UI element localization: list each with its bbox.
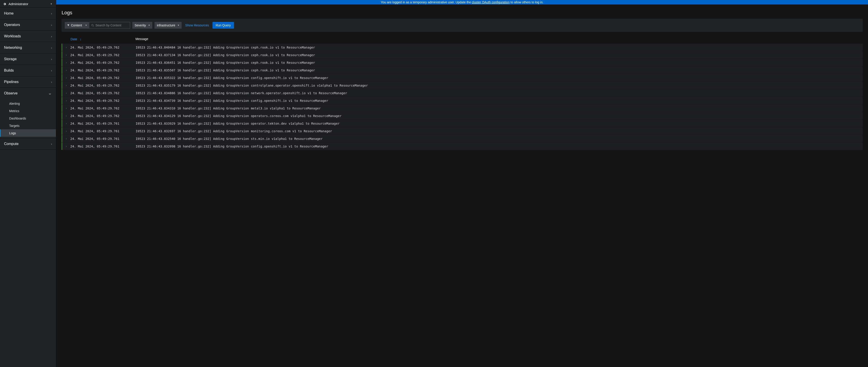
filter-type-select[interactable]: Content ▼ [65, 22, 89, 29]
expand-row-icon[interactable]: › [63, 114, 69, 118]
expand-row-icon[interactable]: › [63, 130, 69, 133]
svg-point-0 [92, 24, 93, 26]
expand-row-icon[interactable]: › [63, 99, 69, 102]
expand-row-icon[interactable]: › [63, 69, 69, 72]
log-date: 24. Mai 2024, 05:49:29.762 [70, 76, 136, 80]
sidebar-subitem-metrics[interactable]: Metrics [0, 107, 56, 114]
show-resources-link[interactable]: Show Resources [184, 24, 210, 27]
log-message: I0523 21:46:43.834739 16 handler.go:232]… [136, 99, 863, 102]
expand-row-icon[interactable]: › [63, 92, 69, 95]
log-message: I0523 21:46:43.832098 16 handler.go:232]… [136, 144, 863, 148]
severity-label: Severity [134, 24, 146, 27]
log-message: I0523 21:46:43.834310 16 handler.go:232]… [136, 106, 863, 110]
sidebar-item-observe[interactable]: Observe⌄ [0, 88, 56, 99]
column-message[interactable]: Message [135, 37, 148, 41]
severity-select[interactable]: Severity ▼ [132, 22, 153, 29]
log-row[interactable]: ›24. Mai 2024, 05:49:29.762I0523 21:46:4… [62, 97, 863, 104]
log-row[interactable]: ›24. Mai 2024, 05:49:29.761I0523 21:46:4… [62, 142, 863, 150]
log-row[interactable]: ›24. Mai 2024, 05:49:29.762I0523 21:46:4… [62, 104, 863, 112]
caret-down-icon: ▼ [50, 3, 53, 5]
sidebar-subitem-logs[interactable]: Logs [0, 129, 56, 137]
log-date: 24. Mai 2024, 05:49:29.762 [70, 61, 136, 64]
banner-text-prefix: You are logged in as a temporary adminis… [381, 0, 472, 4]
sidebar-subitem-alerting[interactable]: Alerting [0, 100, 56, 107]
log-row[interactable]: ›24. Mai 2024, 05:49:29.762I0523 21:46:4… [62, 44, 863, 51]
expand-row-icon[interactable]: › [63, 107, 69, 110]
run-query-button[interactable]: Run Query [213, 22, 234, 29]
caret-down-icon: ▼ [177, 24, 179, 26]
log-message: I0523 21:46:43.832540 16 handler.go:232]… [136, 137, 863, 140]
logs-table: Date ↓ Message ›24. Mai 2024, 05:49:29.7… [56, 32, 868, 367]
log-row[interactable]: ›24. Mai 2024, 05:49:29.761I0523 21:46:4… [62, 135, 863, 142]
log-date: 24. Mai 2024, 05:49:29.762 [70, 53, 136, 57]
log-row[interactable]: ›24. Mai 2024, 05:49:29.762I0523 21:46:4… [62, 59, 863, 66]
sidebar-item-label: Storage [4, 57, 51, 61]
expand-row-icon[interactable]: › [63, 54, 69, 57]
sidebar-subitem-targets[interactable]: Targets [0, 122, 56, 129]
search-input[interactable] [95, 24, 128, 27]
chevron-right-icon: › [51, 69, 52, 72]
sidebar-item-pipelines[interactable]: Pipelines› [0, 76, 56, 88]
main-content: You are logged in as a temporary adminis… [56, 0, 868, 367]
tenant-select[interactable]: infrastructure ▼ [155, 22, 182, 29]
sidebar-item-home[interactable]: Home› [0, 8, 56, 19]
log-row[interactable]: ›24. Mai 2024, 05:49:29.762I0523 21:46:4… [62, 89, 863, 97]
log-message: I0523 21:46:43.832697 16 handler.go:232]… [136, 129, 863, 133]
log-row[interactable]: ›24. Mai 2024, 05:49:29.762I0523 21:46:4… [62, 74, 863, 81]
log-date: 24. Mai 2024, 05:49:29.761 [70, 144, 136, 148]
log-row[interactable]: ›24. Mai 2024, 05:49:29.762I0523 21:46:4… [62, 66, 863, 74]
filter-icon [67, 24, 70, 27]
sidebar-item-builds[interactable]: Builds› [0, 65, 56, 76]
log-message: I0523 21:46:43.836451 16 handler.go:232]… [136, 61, 863, 64]
expand-row-icon[interactable]: › [63, 145, 69, 148]
sidebar-item-label: Observe [4, 91, 48, 95]
expand-row-icon[interactable]: › [63, 84, 69, 87]
chevron-right-icon: › [51, 80, 52, 84]
log-row[interactable]: ›24. Mai 2024, 05:49:29.762I0523 21:46:4… [62, 112, 863, 120]
log-date: 24. Mai 2024, 05:49:29.761 [70, 137, 136, 140]
log-row[interactable]: ›24. Mai 2024, 05:49:29.761I0523 21:46:4… [62, 127, 863, 135]
log-message: I0523 21:46:43.833929 16 handler.go:232]… [136, 122, 863, 125]
svg-line-1 [93, 26, 94, 26]
log-row[interactable]: ›24. Mai 2024, 05:49:29.761I0523 21:46:4… [62, 120, 863, 127]
log-message: I0523 21:46:43.835322 16 handler.go:232]… [136, 76, 863, 80]
sidebar-item-workloads[interactable]: Workloads› [0, 31, 56, 42]
chevron-right-icon: › [51, 58, 52, 61]
expand-row-icon[interactable]: › [63, 122, 69, 125]
chevron-right-icon: › [51, 23, 52, 27]
log-date: 24. Mai 2024, 05:49:29.762 [70, 68, 136, 72]
sidebar-item-compute[interactable]: Compute› [0, 138, 56, 149]
chevron-right-icon: › [51, 46, 52, 49]
search-input-wrap[interactable] [89, 22, 130, 29]
log-row[interactable]: ›24. Mai 2024, 05:49:29.762I0523 21:46:4… [62, 51, 863, 59]
sidebar-item-storage[interactable]: Storage› [0, 54, 56, 65]
gear-icon [3, 2, 7, 6]
sidebar-item-label: Operators [4, 23, 51, 27]
log-date: 24. Mai 2024, 05:49:29.762 [70, 84, 136, 87]
log-row[interactable]: ›24. Mai 2024, 05:49:29.762I0523 21:46:4… [62, 82, 863, 89]
banner-link[interactable]: cluster OAuth configuration [472, 0, 510, 4]
perspective-switcher[interactable]: Administrator ▼ [0, 1, 56, 8]
expand-row-icon[interactable]: › [63, 137, 69, 140]
sort-desc-icon: ↓ [80, 37, 82, 41]
sidebar-subitem-dashboards[interactable]: Dashboards [0, 114, 56, 122]
log-date: 24. Mai 2024, 05:49:29.762 [70, 106, 136, 110]
sidebar-item-networking[interactable]: Networking› [0, 42, 56, 53]
sidebar-item-operators[interactable]: Operators› [0, 19, 56, 30]
expand-row-icon[interactable]: › [63, 61, 69, 64]
log-date: 24. Mai 2024, 05:49:29.762 [70, 91, 136, 95]
column-date[interactable]: Date ↓ [70, 37, 135, 41]
sidebar-item-label: Compute [4, 142, 51, 146]
expand-row-icon[interactable]: › [63, 76, 69, 79]
banner-text-suffix: to allow others to log in. [510, 0, 544, 4]
log-message: I0523 21:46:43.835179 16 handler.go:232]… [136, 84, 863, 87]
log-date: 24. Mai 2024, 05:49:29.762 [70, 99, 136, 102]
log-message: I0523 21:46:43.834129 16 handler.go:232]… [136, 114, 863, 118]
caret-down-icon: ▼ [85, 24, 87, 26]
sidebar-item-label: Pipelines [4, 80, 51, 84]
expand-row-icon[interactable]: › [63, 46, 69, 49]
oauth-banner: You are logged in as a temporary adminis… [56, 0, 868, 4]
caret-down-icon: ▼ [148, 24, 150, 26]
tenant-label: infrastructure [157, 24, 175, 27]
sidebar-item-label: Networking [4, 46, 51, 50]
